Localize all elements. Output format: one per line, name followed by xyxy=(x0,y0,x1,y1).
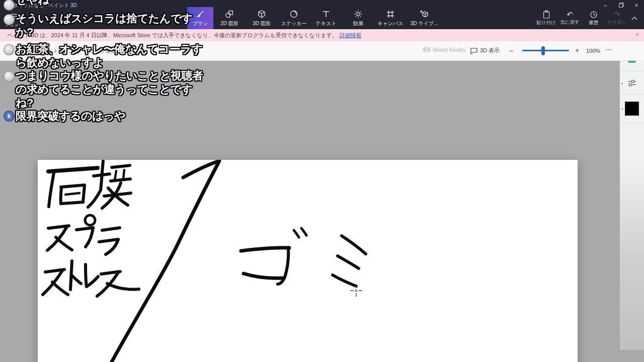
current-color-swatch xyxy=(625,102,639,116)
tab-canvas[interactable]: キャンバス xyxy=(374,7,407,29)
effects-sun-icon xyxy=(354,10,363,19)
notice-close-icon[interactable]: × xyxy=(635,31,639,38)
ribbon-tabs: ブラシ 2D 図形 3D 図形 ステッカー xyxy=(187,7,442,29)
crop-tool-button[interactable]: トリミング xyxy=(44,48,78,55)
handwriting-word-gomi xyxy=(241,228,366,286)
undo-label: 元に戻す xyxy=(560,19,579,26)
brush-settings-button[interactable]: ◂ xyxy=(620,71,644,95)
menu-button[interactable]: メニュー xyxy=(4,12,24,28)
tab-label: ステッカー xyxy=(281,20,307,27)
mixed-reality-icon xyxy=(423,47,431,53)
tab-label: キャンバス xyxy=(377,20,403,27)
select-icon xyxy=(19,48,26,55)
magic-select-button[interactable]: マジック選択 xyxy=(76,48,116,55)
magic-wand-icon xyxy=(76,48,83,55)
handwriting-slash xyxy=(110,161,219,362)
zoom-out-button[interactable]: − xyxy=(509,47,513,55)
brush-icon xyxy=(196,10,205,19)
store-notice-banner: ペイント 3D は、2024 年 11 月 4 日以降、Microsoft St… xyxy=(0,29,644,41)
handwriting-strokes xyxy=(38,160,578,362)
handwriting-word-supura xyxy=(47,215,120,254)
collapse-chevron-icon: ◂ xyxy=(621,107,623,111)
tab-text[interactable]: テキスト xyxy=(310,7,342,29)
handwriting-word-mensetsu xyxy=(48,161,131,208)
paste-button[interactable]: 貼り付け xyxy=(534,8,558,29)
tab-label: テキスト xyxy=(316,20,337,27)
color-swatch-button[interactable]: ◂ xyxy=(620,95,644,123)
redo-icon: ↷ xyxy=(614,11,620,18)
paste-label: 貼り付け xyxy=(536,20,555,26)
tab-effects[interactable]: 効果 xyxy=(342,7,374,29)
zoom-in-button[interactable]: + xyxy=(575,46,579,54)
tab-label: 2D 図形 xyxy=(220,20,238,27)
notice-details-link[interactable]: 詳細情報 xyxy=(340,32,362,39)
drawing-canvas[interactable] xyxy=(38,160,578,362)
more-options-button[interactable]: ⋯ xyxy=(605,45,612,53)
undo-button[interactable]: ↶ 元に戻す xyxy=(558,8,582,29)
3d-view-button[interactable]: 3D 表示 xyxy=(470,47,500,54)
titlebar-toolbar: タイトルなし - ペイント 3D – × メニュー ブラシ xyxy=(0,0,644,29)
3d-view-icon xyxy=(470,47,478,54)
tab-label: 3D 図形 xyxy=(253,20,271,27)
crop-label: トリミング xyxy=(53,48,78,55)
history-label: 履歴 xyxy=(589,20,598,26)
window-title: タイトルなし - ペイント 3D xyxy=(13,2,77,9)
restore-icon xyxy=(619,3,624,8)
clipboard-icon xyxy=(542,10,550,19)
chevron-up-icon xyxy=(631,17,637,20)
menu-label: メニュー xyxy=(4,22,24,28)
select-label: 選択 xyxy=(28,48,38,55)
tab-stickers[interactable]: ステッカー xyxy=(278,7,310,29)
workspace xyxy=(0,60,644,350)
mixed-reality-button[interactable]: Mixed Reality xyxy=(423,47,466,53)
tab-2d-shapes[interactable]: 2D 図形 xyxy=(213,7,246,29)
tools-sidebar: ◂ ◂ ◂ xyxy=(620,41,644,350)
tab-brush[interactable]: ブラシ xyxy=(187,7,213,29)
notice-text: ペイント 3D は、2024 年 11 月 4 日以降、Microsoft St… xyxy=(7,32,338,39)
text-icon xyxy=(321,10,331,19)
tab-3d-library[interactable]: 3D ライブ... xyxy=(407,7,442,29)
mixed-reality-label: Mixed Reality xyxy=(433,47,466,53)
screen: ◂ ◂ ◂ タイトルなし - ペイント 3D – xyxy=(0,0,644,362)
zoom-slider-track[interactable] xyxy=(522,50,569,51)
crop-icon xyxy=(44,48,51,55)
magic-select-label: マジック選択 xyxy=(85,48,116,55)
zoom-level: 100% xyxy=(586,48,600,54)
history-button[interactable]: 履歴 xyxy=(582,8,605,29)
zoom-slider-thumb[interactable] xyxy=(541,46,545,55)
hamburger-icon xyxy=(11,14,18,19)
collapse-chevron-icon: ◂ xyxy=(621,81,623,85)
tab-label: 効果 xyxy=(353,20,363,27)
quick-actions: 貼り付け ↶ 元に戻す 履歴 ↷ やり直し xyxy=(534,8,640,29)
history-clock-icon xyxy=(590,11,598,19)
sticker-icon xyxy=(289,10,298,19)
tab-3d-shapes[interactable]: 3D 図形 xyxy=(246,7,278,29)
select-tool-button[interactable]: 選択 xyxy=(19,48,38,55)
3d-shapes-icon xyxy=(257,10,266,19)
tab-label: 3D ライブ... xyxy=(411,20,438,27)
handwriting-word-sutoresu xyxy=(43,261,139,296)
canvas-frame-icon xyxy=(386,10,395,19)
3d-library-icon xyxy=(420,10,429,19)
redo-button[interactable]: ↷ やり直し xyxy=(605,8,629,29)
3d-view-label: 3D 表示 xyxy=(480,47,500,54)
sliders-icon xyxy=(627,78,637,87)
undo-icon: ↶ xyxy=(567,11,573,18)
redo-label: やり直し xyxy=(607,19,627,26)
2d-shapes-icon xyxy=(225,10,234,19)
crosshair-cursor xyxy=(350,285,362,297)
tab-label: ブラシ xyxy=(193,20,208,27)
collapse-ribbon-button[interactable] xyxy=(629,8,640,29)
